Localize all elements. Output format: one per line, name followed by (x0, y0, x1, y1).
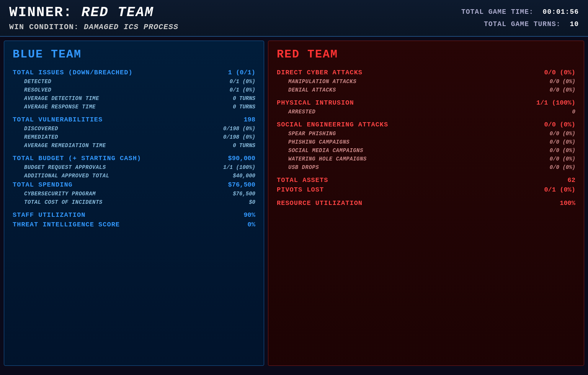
header-left: WINNER: RED TEAM WIN CONDITION: DAMAGED … (9, 5, 178, 31)
pivots-lost-value: 0/1 (0%) (544, 186, 575, 193)
avg-remediation-value: 0 TURNS (233, 142, 255, 149)
avg-detection-label: AVERAGE DETECTION TIME (24, 95, 99, 102)
social-media-value: 0/0 (0%) (550, 147, 575, 154)
avg-remediation-label: AVERAGE REMEDIATION TIME (24, 142, 106, 149)
staff-utilization-row: STAFF UTILIZATION 90% (13, 210, 255, 220)
blue-team-panel: BLUE TEAM TOTAL ISSUES (DOWN/BREACHED) 1… (4, 41, 264, 366)
detected-label: DETECTED (24, 79, 51, 85)
avg-detection-row: AVERAGE DETECTION TIME 0 TURNS (13, 94, 255, 103)
total-issues-row: TOTAL ISSUES (DOWN/BREACHED) 1 (0/1) (13, 68, 255, 77)
social-eng-row: SOCIAL ENGINEERING ATTACKS 0/0 (0%) (277, 120, 575, 129)
manipulation-label: MANIPULATION ATTACKS (288, 79, 356, 85)
detected-row: DETECTED 0/1 (0%) (13, 77, 255, 86)
social-eng-label: SOCIAL ENGINEERING ATTACKS (277, 121, 388, 128)
arrested-label: ARRESTED (288, 109, 315, 115)
social-media-label: SOCIAL MEDIA CAMPAIGNS (288, 147, 363, 154)
blue-team-title: BLUE TEAM (13, 48, 255, 61)
total-assets-row: TOTAL ASSETS 62 (277, 175, 575, 185)
game-turns-label: TOTAL GAME TURNS: (484, 20, 561, 28)
detected-value: 0/1 (0%) (230, 79, 255, 85)
additional-approved-value: $40,000 (233, 173, 255, 179)
phishing-campaigns-value: 0/0 (0%) (550, 139, 575, 145)
watering-hole-label: WATERING HOLE CAMPAIGNS (288, 156, 367, 162)
total-vuln-label: TOTAL VULNERABILITIES (13, 116, 103, 123)
budget-approvals-row: BUDGET REQUEST APPROVALS 1/1 (100%) (13, 163, 255, 172)
avg-response-label: AVERAGE RESPONSE TIME (24, 104, 96, 110)
staff-utilization-value: 90% (243, 211, 255, 219)
social-eng-value: 0/0 (0%) (544, 121, 575, 128)
total-budget-row: TOTAL BUDGET (+ STARTING CASH) $90,000 (13, 154, 255, 163)
pivots-lost-label: PIVOTS LOST (277, 186, 324, 193)
total-assets-value: 62 (568, 177, 575, 184)
total-budget-value: $90,000 (228, 155, 255, 162)
win-condition-label: WIN CONDITION: (9, 23, 79, 31)
remediated-value: 0/198 (0%) (223, 134, 255, 140)
total-spending-value: $76,500 (228, 181, 255, 188)
discovered-row: DISCOVERED 0/198 (0%) (13, 124, 255, 133)
direct-cyber-value: 0/0 (0%) (544, 69, 575, 76)
physical-intrusion-row: PHYSICAL INTRUSION 1/1 (100%) (277, 98, 575, 108)
usb-drops-label: USB DROPS (288, 164, 319, 170)
budget-approvals-value: 1/1 (100%) (223, 164, 255, 170)
header: WINNER: RED TEAM WIN CONDITION: DAMAGED … (0, 0, 588, 37)
denial-label: DENIAL ATTACKS (288, 87, 336, 93)
red-team-title: RED TEAM (277, 48, 575, 61)
total-cost-incidents-row: TOTAL COST OF INCIDENTS $0 (13, 198, 255, 206)
avg-response-value: 0 TURNS (233, 104, 255, 110)
resource-utilization-label: RESOURCE UTILIZATION (277, 200, 363, 207)
avg-response-row: AVERAGE RESPONSE TIME 0 TURNS (13, 103, 255, 111)
spear-phishing-row: SPEAR PHISHING 0/0 (0%) (277, 129, 575, 138)
threat-intel-label: THREAT INTELLIGENCE SCORE (13, 221, 120, 228)
win-condition-line: WIN CONDITION: DAMAGED ICS PROCESS (9, 23, 178, 31)
resolved-row: RESOLVED 0/1 (0%) (13, 86, 255, 94)
usb-drops-value: 0/0 (0%) (550, 164, 575, 170)
game-turns-row: TOTAL GAME TURNS: 10 (461, 18, 579, 30)
total-spending-label: TOTAL SPENDING (13, 181, 73, 188)
total-issues-value: 1 (0/1) (228, 69, 255, 76)
discovered-label: DISCOVERED (24, 126, 58, 132)
spear-phishing-value: 0/0 (0%) (550, 131, 575, 137)
cybersecurity-label: CYBERSECURITY PROGRAM (24, 191, 96, 197)
avg-detection-value: 0 TURNS (233, 95, 255, 102)
avg-remediation-row: AVERAGE REMEDIATION TIME 0 TURNS (13, 141, 255, 150)
arrested-row: ARRESTED 0 (277, 108, 575, 116)
total-vuln-value: 198 (243, 116, 255, 123)
winner-name: RED TEAM (82, 5, 154, 20)
total-spending-row: TOTAL SPENDING $76,500 (13, 180, 255, 190)
manipulation-row: MANIPULATION ATTACKS 0/0 (0%) (277, 77, 575, 86)
resolved-value: 0/1 (0%) (230, 87, 255, 93)
budget-approvals-label: BUDGET REQUEST APPROVALS (24, 164, 106, 170)
threat-intel-value: 0% (248, 221, 255, 228)
cybersecurity-value: $76,500 (233, 191, 255, 197)
denial-value: 0/0 (0%) (550, 87, 575, 93)
physical-intrusion-value: 1/1 (100%) (536, 99, 575, 106)
phishing-campaigns-label: PHISHING CAMPAIGNS (288, 139, 350, 145)
denial-row: DENIAL ATTACKS 0/0 (0%) (277, 86, 575, 94)
game-time-row: TOTAL GAME TIME: 00:01:56 (461, 6, 579, 18)
watering-hole-value: 0/0 (0%) (550, 156, 575, 162)
manipulation-value: 0/0 (0%) (550, 79, 575, 85)
winner-label: WINNER: (9, 5, 72, 20)
main-content: BLUE TEAM TOTAL ISSUES (DOWN/BREACHED) 1… (0, 37, 588, 370)
header-right: TOTAL GAME TIME: 00:01:56 TOTAL GAME TUR… (461, 6, 579, 31)
red-team-panel: RED TEAM DIRECT CYBER ATTACKS 0/0 (0%) M… (268, 41, 584, 366)
threat-intel-row: THREAT INTELLIGENCE SCORE 0% (13, 220, 255, 229)
usb-drops-row: USB DROPS 0/0 (0%) (277, 163, 575, 172)
direct-cyber-label: DIRECT CYBER ATTACKS (277, 69, 363, 76)
total-assets-label: TOTAL ASSETS (277, 177, 328, 184)
phishing-campaigns-row: PHISHING CAMPAIGNS 0/0 (0%) (277, 138, 575, 146)
physical-intrusion-label: PHYSICAL INTRUSION (277, 99, 354, 106)
total-cost-incidents-value: $0 (249, 199, 255, 205)
arrested-value: 0 (572, 109, 575, 115)
additional-approved-label: ADDITIONAL APPROVED TOTAL (24, 173, 109, 179)
remediated-row: REMEDIATED 0/198 (0%) (13, 133, 255, 141)
total-issues-label: TOTAL ISSUES (DOWN/BREACHED) (13, 69, 133, 76)
social-media-row: SOCIAL MEDIA CAMPAIGNS 0/0 (0%) (277, 146, 575, 155)
discovered-value: 0/198 (0%) (223, 126, 255, 132)
total-vuln-row: TOTAL VULNERABILITIES 198 (13, 115, 255, 124)
resource-utilization-row: RESOURCE UTILIZATION 100% (277, 198, 575, 208)
total-budget-label: TOTAL BUDGET (+ STARTING CASH) (13, 155, 141, 162)
resource-utilization-value: 100% (560, 200, 575, 207)
staff-utilization-label: STAFF UTILIZATION (13, 211, 85, 219)
cybersecurity-row: CYBERSECURITY PROGRAM $76,500 (13, 190, 255, 198)
